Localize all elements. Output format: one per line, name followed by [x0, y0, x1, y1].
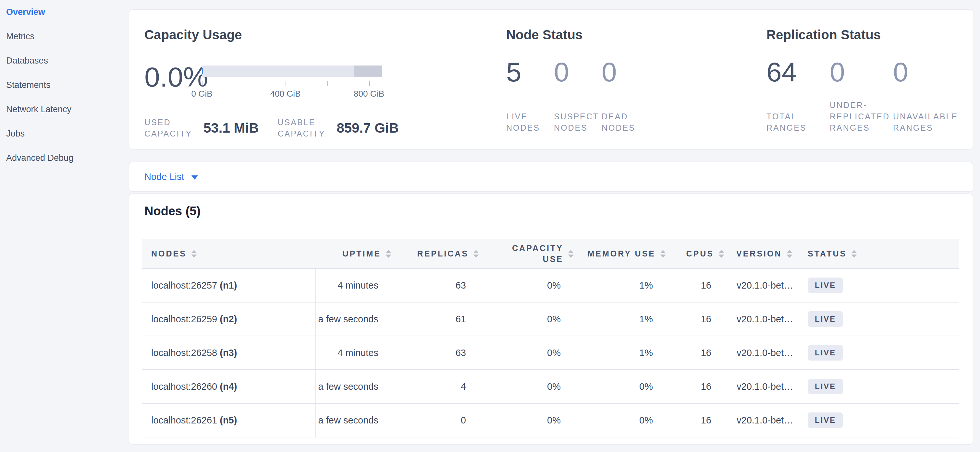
axis-tick — [244, 81, 244, 86]
column-header-nodes[interactable]: NODES — [142, 239, 316, 268]
stat-suspect-nodes: 0SUSPECT NODES — [554, 59, 601, 133]
stat-dead-nodes: 0DEAD NODES — [601, 59, 649, 133]
sidebar-item-overview[interactable]: Overview — [0, 0, 129, 24]
column-header-version[interactable]: VERSION — [727, 239, 798, 268]
stat-value: 64 — [767, 59, 830, 86]
cell-uptime: a few seconds — [316, 370, 394, 403]
cell-memory-use: 1% — [576, 302, 668, 336]
stat-total-ranges: 64TOTAL RANGES — [767, 59, 830, 133]
sidebar-item-metrics[interactable]: Metrics — [0, 24, 129, 49]
cell-version: v20.1.0-bet… — [727, 336, 798, 370]
capacity-stat-value: 859.7 GiB — [337, 120, 398, 136]
node-id: (n3) — [220, 347, 237, 358]
sort-up-arrow — [718, 250, 724, 253]
sort-up-arrow — [660, 250, 666, 253]
axis-tick-label: 400 GiB — [270, 89, 301, 99]
stat-label: LIVE NODES — [506, 111, 547, 133]
node-row[interactable]: localhost:26257 (n1)4 minutes630%1%16v20… — [142, 268, 959, 302]
table-header-row: NODESUPTIMEREPLICASCAPACITY USEMEMORY US… — [142, 239, 959, 268]
column-label: VERSION — [736, 249, 782, 259]
stat-label: UNAVAILABLE RANGES — [893, 111, 966, 133]
sort-up-arrow — [851, 250, 857, 253]
sidebar-item-label: Advanced Debug — [6, 153, 73, 163]
cell-replicas: 63 — [394, 268, 482, 302]
node-list-dropdown[interactable]: Node List — [145, 162, 198, 191]
column-header-replicas[interactable]: REPLICAS — [394, 239, 482, 268]
column-header-uptime[interactable]: UPTIME — [316, 239, 394, 268]
axis-tick — [202, 81, 202, 86]
sidebar-item-databases[interactable]: Databases — [0, 49, 129, 73]
capacity-bar-chart: 0 GiB400 GiB800 GiB — [202, 65, 382, 100]
cell-capacity-use: 0% — [482, 336, 576, 370]
cell-replicas: 63 — [394, 336, 482, 370]
node-row[interactable]: localhost:26258 (n3)4 minutes630%1%16v20… — [142, 336, 959, 370]
sort-icon — [385, 250, 391, 258]
column-header-inner: NODES — [142, 249, 316, 259]
node-address: localhost:26259 — [151, 314, 220, 324]
node-list-dropdown-label: Node List — [145, 171, 184, 182]
column-header-status[interactable]: STATUS — [798, 239, 959, 268]
sidebar-item-label: Statements — [6, 80, 51, 90]
column-label: REPLICAS — [417, 249, 469, 259]
cell-version: v20.1.0-bet… — [727, 403, 798, 437]
column-header-cpus[interactable]: CPUS — [668, 239, 727, 268]
column-header-memory-use[interactable]: MEMORY USE — [576, 239, 668, 268]
column-header-capacity-use[interactable]: CAPACITY USE — [482, 239, 576, 268]
stat-unavailable-ranges: 0UNAVAILABLE RANGES — [893, 59, 968, 133]
cell-node-address: localhost:26259 (n2) — [142, 302, 316, 336]
cell-memory-use: 0% — [576, 403, 668, 437]
cell-capacity-use: 0% — [482, 370, 576, 403]
cell-memory-use: 1% — [576, 336, 668, 370]
stat-under-replicated-ranges: 0UNDER-REPLICATED RANGES — [830, 59, 893, 133]
cell-capacity-use: 0% — [482, 403, 576, 437]
node-id: (n5) — [220, 415, 237, 425]
node-id: (n1) — [220, 280, 237, 290]
stat-value: 0 — [601, 59, 649, 86]
capacity-used-percent: 0.0% — [145, 61, 208, 93]
cell-cpus: 16 — [668, 370, 727, 403]
status-badge: LIVE — [808, 379, 843, 394]
column-header-inner: REPLICAS — [394, 249, 482, 259]
sort-down-arrow — [568, 255, 574, 258]
sort-up-arrow — [473, 250, 479, 253]
column-label: UPTIME — [343, 249, 381, 259]
capacity-stat-usable-capacity: USABLE CAPACITY859.7 GiB — [277, 117, 417, 140]
sidebar-item-network-latency[interactable]: Network Latency — [0, 97, 129, 122]
sort-icon — [851, 250, 857, 258]
sidebar-item-jobs[interactable]: Jobs — [0, 122, 129, 146]
node-row[interactable]: localhost:26260 (n4)a few seconds40%0%16… — [142, 370, 959, 403]
cell-node-address: localhost:26261 (n5) — [142, 403, 316, 437]
cell-status: LIVE — [798, 403, 959, 437]
column-label: NODES — [151, 249, 186, 259]
stat-label: SUSPECT NODES — [554, 111, 595, 133]
sidebar-item-statements[interactable]: Statements — [0, 73, 129, 97]
cell-status: LIVE — [798, 336, 959, 370]
column-header-inner: CAPACITY USE — [482, 243, 576, 265]
sidebar-item-advanced-debug[interactable]: Advanced Debug — [0, 146, 129, 170]
chevron-down-icon — [191, 175, 198, 180]
node-row[interactable]: localhost:26261 (n5)a few seconds00%0%16… — [142, 403, 959, 437]
node-status-stats: 5LIVE NODES0SUSPECT NODES0DEAD NODES — [506, 59, 649, 133]
status-badge: LIVE — [808, 345, 843, 360]
column-label: MEMORY USE — [588, 249, 655, 259]
axis-tick — [369, 81, 370, 86]
capacity-stat-label: USED CAPACITY — [145, 117, 196, 140]
column-label: STATUS — [808, 249, 846, 259]
capacity-bar-axis: 0 GiB400 GiB800 GiB — [202, 77, 382, 100]
sort-icon — [787, 250, 792, 258]
sidebar-nav-list: OverviewMetricsDatabasesStatementsNetwor… — [0, 0, 129, 170]
stat-live-nodes: 5LIVE NODES — [506, 59, 554, 133]
stat-label: UNDER-REPLICATED RANGES — [830, 100, 891, 133]
cell-uptime: 4 minutes — [316, 268, 394, 302]
nodes-table-title: Nodes (5) — [145, 204, 200, 218]
cell-cpus: 16 — [668, 336, 727, 370]
node-row[interactable]: localhost:26259 (n2)a few seconds610%1%1… — [142, 302, 959, 336]
cell-version: v20.1.0-bet… — [727, 268, 798, 302]
sort-down-arrow — [718, 255, 724, 258]
sidebar: OverviewMetricsDatabasesStatementsNetwor… — [0, 0, 129, 452]
axis-tick-label: 800 GiB — [354, 89, 384, 99]
node-id: (n4) — [220, 381, 237, 392]
cluster-summary-card: Capacity Usage 0.0% 0 GiB400 GiB800 GiB … — [129, 10, 973, 149]
capacity-used-marker — [202, 68, 203, 74]
sidebar-item-label: Metrics — [6, 32, 34, 41]
